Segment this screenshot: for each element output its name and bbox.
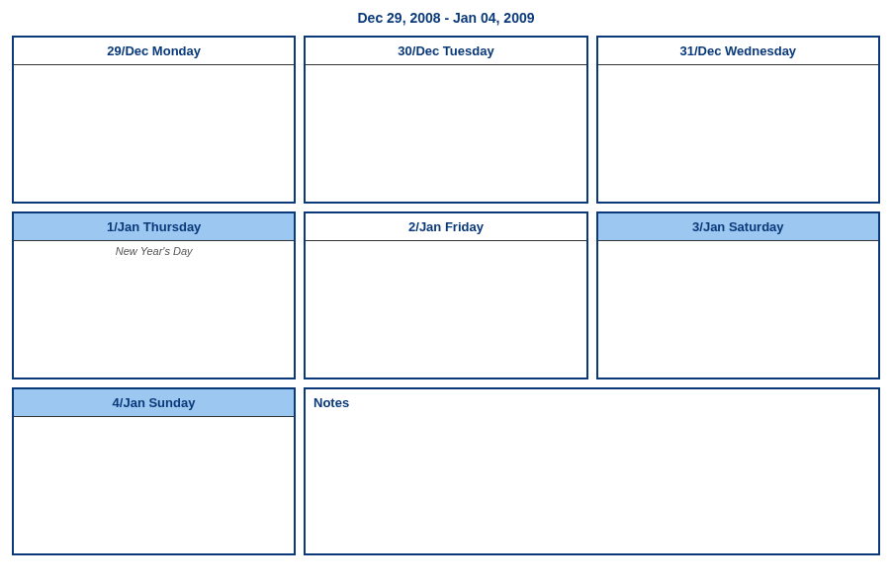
day-cell-tuesday: 30/Dec Tuesday [304, 36, 587, 204]
day-body [306, 65, 585, 202]
notes-cell: Notes [304, 387, 880, 555]
notes-header: Notes [306, 389, 878, 417]
week-row-2: 1/Jan Thursday New Year's Day 2/Jan Frid… [12, 211, 880, 379]
date-range-title: Dec 29, 2008 - Jan 04, 2009 [0, 0, 892, 36]
day-cell-sunday: 4/Jan Sunday [12, 387, 296, 555]
week-row-1: 29/Dec Monday 30/Dec Tuesday 31/Dec Wedn… [12, 36, 880, 204]
day-header: 30/Dec Tuesday [306, 38, 585, 65]
day-cell-monday: 29/Dec Monday [12, 36, 296, 204]
day-cell-saturday: 3/Jan Saturday [596, 211, 880, 379]
week-grid: 29/Dec Monday 30/Dec Tuesday 31/Dec Wedn… [0, 36, 892, 555]
day-cell-wednesday: 31/Dec Wednesday [596, 36, 880, 204]
weekly-planner: Dec 29, 2008 - Jan 04, 2009 29/Dec Monda… [0, 0, 892, 588]
day-header: 31/Dec Wednesday [598, 38, 878, 65]
day-header: 4/Jan Sunday [14, 389, 294, 417]
day-cell-friday: 2/Jan Friday [304, 211, 587, 379]
day-body [306, 241, 585, 378]
week-row-3: 4/Jan Sunday Notes [12, 387, 880, 555]
day-header: 29/Dec Monday [14, 38, 294, 65]
day-body [598, 241, 878, 378]
day-header: 3/Jan Saturday [598, 213, 878, 241]
day-event: New Year's Day [20, 245, 288, 257]
day-body [14, 417, 294, 553]
day-header: 2/Jan Friday [306, 213, 585, 241]
day-cell-thursday: 1/Jan Thursday New Year's Day [12, 211, 296, 379]
day-header: 1/Jan Thursday [14, 213, 294, 241]
notes-body [306, 417, 878, 553]
day-body [598, 65, 878, 202]
day-body [14, 65, 294, 202]
day-body: New Year's Day [14, 241, 294, 378]
